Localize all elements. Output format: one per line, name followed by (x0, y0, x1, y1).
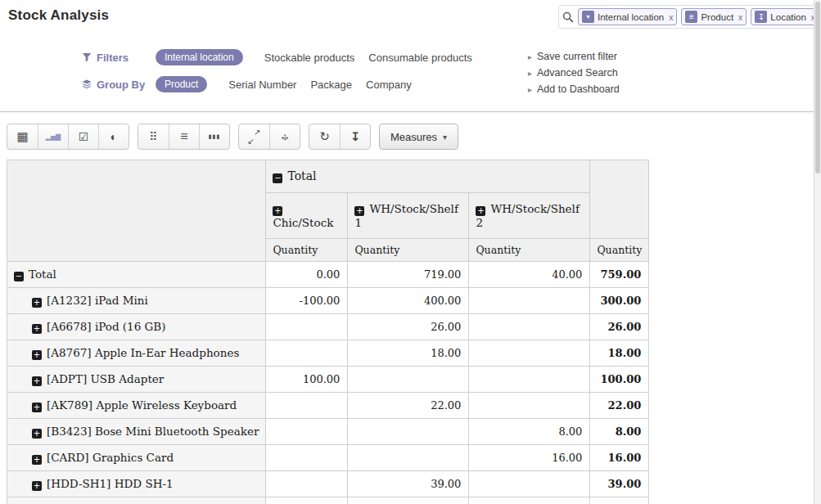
collapse-icon[interactable]: − (14, 272, 24, 281)
filter-option[interactable]: Stockable products (264, 52, 355, 64)
pivot-table: −Total +Chic/Stock+WH/Stock/Shelf 1+WH/S… (7, 160, 649, 504)
search-action[interactable]: ▸Save current filter (528, 51, 821, 62)
pivot-body: −Total0.00719.0040.00759.00+[A1232] iPad… (7, 262, 649, 504)
expand-icon[interactable]: + (32, 376, 42, 386)
pivot-row-header[interactable]: +[A6678] iPod (16 GB) (7, 314, 266, 340)
columns-button[interactable] (199, 124, 229, 149)
stock-analysis-page: Stock Analysis Internal locationxProduct… (0, 0, 821, 504)
grid-icon (149, 130, 157, 143)
download-button[interactable] (340, 124, 370, 149)
scrollbar-thumb[interactable] (815, 2, 820, 173)
expand-icon[interactable]: + (354, 206, 364, 216)
collapse-icon[interactable]: − (273, 173, 282, 183)
expand-icon[interactable]: + (32, 350, 42, 360)
expand-icon[interactable]: + (32, 298, 42, 308)
row-label: Total (29, 268, 56, 281)
expand-icon[interactable]: + (32, 403, 42, 412)
bar-chart-button[interactable] (38, 124, 68, 149)
top-bar: Stock Analysis Internal locationxProduct… (0, 0, 821, 36)
filter-option[interactable]: Consumable products (368, 52, 471, 64)
group-facet-icon (685, 11, 697, 23)
expand-icon[interactable]: + (32, 481, 42, 491)
pivot-row: +[HDD-SH1] HDD SH-139.0039.00 (7, 471, 649, 497)
pivot-col-total-header[interactable]: −Total (266, 160, 590, 193)
refresh-button[interactable] (309, 124, 340, 149)
value-cell (266, 393, 348, 419)
row-total-cell: 18.00 (590, 340, 649, 367)
value-cell (469, 367, 590, 393)
active-groupby-pill[interactable]: Product (156, 76, 207, 92)
groupby-toggle[interactable]: Group By (82, 79, 156, 91)
pivot-col-header[interactable]: +Chic/Stock (266, 193, 348, 239)
pivot-row-header[interactable]: +[A8767] Apple In-Ear Headphones (7, 340, 266, 367)
groupby-option[interactable]: Serial Number (228, 79, 296, 91)
facet-remove-button[interactable]: x (669, 12, 673, 22)
pivot-row-header[interactable]: +[ADPT] USB Adapter (7, 367, 266, 393)
pivot-row-header[interactable]: +[CARD] Graphics Card (7, 445, 266, 471)
vertical-scrollbar[interactable] (814, 0, 821, 504)
pivot-row-header[interactable]: +[A1232] iPad Mini (7, 288, 266, 314)
pivot-row: +[A8767] Apple In-Ear Headphones18.0018.… (7, 340, 649, 367)
value-cell: -100.00 (266, 288, 348, 314)
search-facet[interactable]: Productx (681, 8, 747, 25)
search-icon (562, 11, 574, 23)
expand-icon (249, 131, 260, 142)
move-button[interactable] (269, 124, 300, 149)
value-cell: 22.00 (348, 393, 469, 419)
pivot-row-header[interactable]: +[AK789] Apple Wireless Keyboard (7, 393, 266, 419)
value-cell: 0.00 (266, 262, 348, 288)
filter-facet-icon (582, 11, 594, 23)
toolbar-button-group (138, 124, 230, 150)
pivot-row-header[interactable]: +[HDD-SH1] HDD SH-1 (7, 471, 266, 497)
groupby-option[interactable]: Package (310, 79, 352, 91)
action-label: Advanced Search (537, 67, 618, 79)
expand-icon[interactable]: + (476, 206, 485, 216)
table-button[interactable] (7, 124, 38, 149)
expand-button[interactable] (239, 124, 269, 149)
facet-remove-button[interactable]: x (738, 12, 742, 22)
pivot-row: +[A6678] iPod (16 GB)26.0026.00 (7, 314, 649, 340)
value-cell (469, 340, 590, 367)
value-cell (348, 445, 469, 471)
expand-icon[interactable]: + (32, 429, 42, 439)
pivot-col-header[interactable]: +WH/Stock/Shelf 2 (469, 193, 590, 239)
chevron-right-icon: ▸ (528, 52, 532, 61)
filters-toggle[interactable]: Filters (82, 52, 156, 64)
value-cell: 719.00 (348, 262, 469, 288)
row-label: [HDD-SH1] HDD SH-1 (47, 477, 174, 490)
value-cell: 26.00 (348, 314, 469, 340)
value-cell: 16.00 (469, 445, 590, 471)
expand-icon[interactable]: + (32, 324, 42, 334)
expand-icon[interactable]: + (32, 455, 42, 465)
col-header-label: WH/Stock/Shelf 1 (354, 202, 458, 229)
grid-button[interactable] (138, 124, 169, 149)
search-facet[interactable]: Locationx (751, 8, 819, 25)
action-label: Add to Dashboard (537, 83, 620, 95)
measures-label: Measures (390, 131, 437, 143)
value-cell: 400.00 (348, 288, 469, 314)
pivot-col-header[interactable]: +WH/Stock/Shelf 1 (348, 193, 469, 239)
expand-icon[interactable]: + (273, 206, 282, 216)
columns-icon (209, 133, 221, 140)
search-facet[interactable]: Internal locationx (578, 8, 677, 25)
value-cell (348, 367, 469, 393)
measures-button[interactable]: Measures ▾ (379, 124, 458, 150)
groupby-options: Serial NumberPackageCompany (228, 79, 425, 91)
pivot-root-header-row: −Total (7, 160, 649, 193)
search-action[interactable]: ▸Advanced Search (528, 67, 821, 79)
pie-chart-button[interactable] (98, 124, 129, 149)
pivot-row-header[interactable]: −Total (7, 262, 266, 288)
search-action[interactable]: ▸Add to Dashboard (528, 83, 821, 95)
pivot-corner-cell (7, 160, 266, 262)
pivot-row-header[interactable]: +[HDD-SH2] HDD SH-2 (7, 497, 266, 504)
list-icon (180, 129, 187, 144)
check-square-button[interactable] (68, 124, 98, 149)
list-button[interactable] (169, 124, 199, 149)
caret-down-icon: ▾ (443, 133, 447, 142)
pivot-row-header[interactable]: +[B3423] Bose Mini Bluetooth Speaker (7, 419, 266, 445)
groupby-option[interactable]: Company (366, 79, 412, 91)
active-filter-pill[interactable]: Internal location (156, 49, 243, 65)
row-label: [A6678] iPod (16 GB) (47, 320, 166, 333)
search-bar[interactable]: Internal locationxProductxLocationx (558, 5, 821, 29)
download-icon (350, 130, 360, 143)
